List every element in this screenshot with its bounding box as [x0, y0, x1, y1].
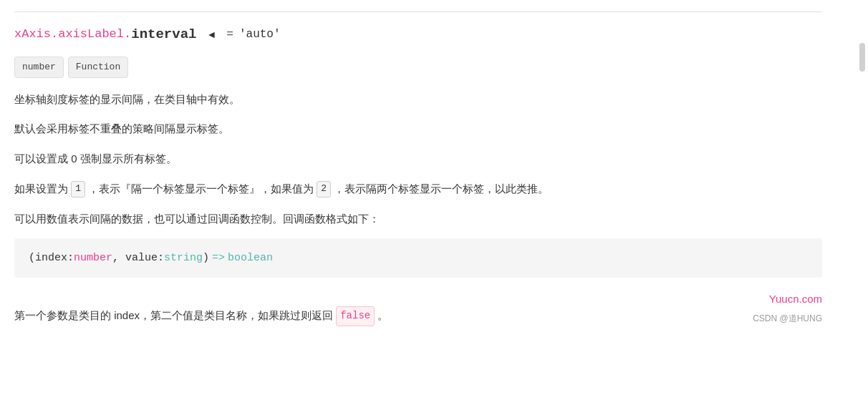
desc-para-4: 如果设置为 1 ，表示『隔一个标签显示一个标签』，如果值为 2 ，表示隔两个标签…	[14, 179, 822, 199]
para4-mid2: ，表示隔两个标签显示一个标签，以此类推。	[334, 182, 549, 195]
path-property: interval	[131, 22, 196, 47]
inline-badge-2: 2	[317, 181, 331, 198]
code-type-boolean: boolean	[228, 248, 273, 268]
code-arrow: =>	[212, 248, 225, 268]
para6-text: 第一个参数是类目的 index，第二个值是类目名称，如果跳过则返回 false …	[14, 306, 388, 326]
equals-sign: =	[226, 24, 233, 45]
para4-prefix: 如果设置为	[14, 182, 68, 195]
scrollbar[interactable]	[859, 43, 865, 72]
code-comma-value: , value:	[112, 248, 164, 268]
code-type-string: string	[164, 248, 203, 268]
type-badges: number Function	[14, 57, 822, 77]
desc-para-6: 第一个参数是类目的 index，第二个值是类目名称，如果跳过则返回 false …	[14, 289, 822, 326]
brand-csdn: CSDN @道HUNG	[753, 311, 822, 326]
property-path: xAxis.axisLabel. interval	[14, 22, 196, 47]
para6-prefix: 第一个参数是类目的 index，第二个值是类目名称，如果跳过则返回	[14, 309, 333, 321]
badge-number: number	[14, 57, 64, 77]
inline-false-badge: false	[336, 306, 375, 326]
branding-area: Yuucn.com CSDN @道HUNG	[738, 289, 822, 326]
desc-para-5: 可以用数值表示间隔的数据，也可以通过回调函数控制。回调函数格式如下：	[14, 209, 822, 229]
property-header: xAxis.axisLabel. interval ◄ = 'auto'	[14, 11, 822, 47]
path-prefix: xAxis.axisLabel.	[14, 24, 131, 46]
inline-badge-1: 1	[71, 181, 85, 198]
badge-function: Function	[68, 57, 128, 77]
description-block: 坐标轴刻度标签的显示间隔，在类目轴中有效。 默认会采用标签不重叠的策略间隔显示标…	[14, 89, 822, 327]
main-container: xAxis.axisLabel. interval ◄ = 'auto' num…	[0, 0, 845, 351]
desc-para-1: 坐标轴刻度标签的显示间隔，在类目轴中有效。	[14, 89, 822, 109]
arrow-icon: ◄	[206, 26, 216, 44]
brand-yuucn: Yuucn.com	[769, 289, 822, 309]
code-close-paren: )	[203, 248, 209, 268]
code-block: (index:number, value: string) => boolean	[14, 238, 822, 278]
para4-mid1: ，表示『隔一个标签显示一个标签』，如果值为	[88, 182, 314, 195]
code-open-paren: (index:	[29, 248, 74, 268]
desc-para-3: 可以设置成 0 强制显示所有标签。	[14, 149, 822, 169]
para6-suffix: 。	[377, 309, 388, 321]
code-type-number: number	[74, 248, 112, 268]
desc-para-2: 默认会采用标签不重叠的策略间隔显示标签。	[14, 119, 822, 139]
default-value: 'auto'	[239, 24, 281, 45]
